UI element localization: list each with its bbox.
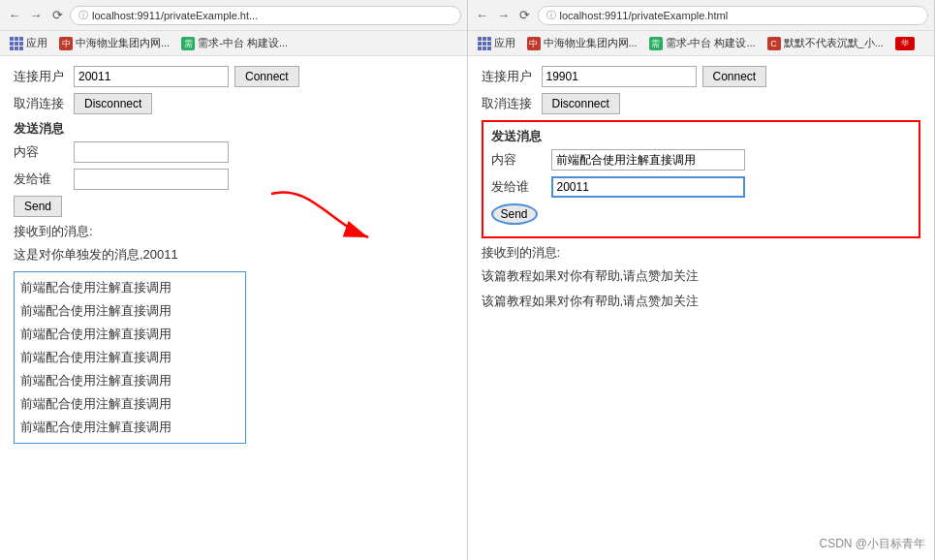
right-url-bar[interactable]: ⓘ localhost:9911/privateExample.html — [538, 6, 929, 25]
right-forward-btn[interactable]: → — [495, 7, 513, 24]
list-item: 前端配合使用注解直接调用 — [20, 392, 239, 416]
left-bookmark-xq-label: 需求-中台 构建设... — [198, 36, 288, 50]
right-to-row: 发给谁 — [491, 176, 912, 198]
left-message-list: 前端配合使用注解直接调用 前端配合使用注解直接调用 前端配合使用注解直接调用 前… — [14, 271, 246, 444]
right-to-input[interactable] — [551, 176, 745, 198]
left-disconnect-label: 取消连接 — [14, 95, 68, 112]
right-browser-pane: ← → ⟳ ⓘ localhost:9911/privateExample.ht… — [468, 0, 936, 560]
right-bookmark-apps[interactable]: 应用 — [474, 35, 519, 51]
left-received-label: 接收到的消息: — [14, 223, 453, 240]
right-bookmark-xq-label: 需求-中台 构建设... — [666, 36, 756, 50]
right-bookmark-xq-icon: 需 — [649, 37, 663, 50]
left-send-section: 发送消息 内容 发给谁 Send — [14, 120, 453, 217]
right-connect-user-row: 连接用户 Connect — [482, 66, 921, 87]
right-bookmark-zhonghao-label: 中海物业集团内网... — [544, 36, 638, 50]
right-bookmark-huawei[interactable]: 华 — [891, 36, 919, 51]
right-lock-icon: ⓘ — [546, 9, 556, 22]
right-bookmark-csdn[interactable]: C 默默不代表沉默_小... — [764, 35, 888, 51]
right-content-row: 内容 — [491, 149, 912, 171]
right-page-content: 连接用户 Connect 取消连接 Disconnect 发送消息 内容 发给谁 — [468, 56, 935, 560]
right-connect-btn[interactable]: Connect — [702, 66, 767, 87]
left-lock-icon: ⓘ — [78, 9, 88, 22]
left-bookmark-xq[interactable]: 需 需求-中台 构建设... — [177, 35, 292, 51]
right-send-section-highlighted: 发送消息 内容 发给谁 Send — [482, 120, 921, 238]
list-item: 前端配合使用注解直接调用 — [20, 369, 239, 392]
left-connect-user-input[interactable] — [74, 66, 229, 87]
right-huawei-icon: 华 — [895, 37, 915, 50]
left-forward-btn[interactable]: → — [27, 7, 45, 24]
right-received-label: 接收到的消息: — [482, 244, 921, 262]
right-bookmark-xq[interactable]: 需 需求-中台 构建设... — [645, 35, 760, 51]
left-bookmark-xq-icon: 需 — [181, 37, 195, 50]
list-item: 前端配合使用注解直接调用 — [20, 276, 239, 299]
right-bookmark-zhonghao-icon: 中 — [527, 37, 541, 50]
left-browser-pane: ← → ⟳ ⓘ localhost:9911/privateExample.ht… — [0, 0, 468, 560]
left-apps-icon — [10, 37, 23, 50]
right-msg-2: 该篇教程如果对你有帮助,请点赞加关注 — [482, 293, 921, 310]
right-refresh-btn[interactable]: ⟳ — [516, 7, 534, 24]
list-item: 前端配合使用注解直接调用 — [20, 346, 239, 369]
left-disconnect-btn[interactable]: Disconnect — [74, 93, 152, 114]
left-to-row: 发给谁 — [14, 169, 453, 190]
left-page-content: 连接用户 Connect 取消连接 Disconnect 发送消息 内容 发给谁 — [0, 56, 467, 560]
left-apps-label: 应用 — [26, 36, 47, 50]
left-bookmark-zhonghao-icon: 中 — [59, 37, 73, 50]
left-back-btn[interactable]: ← — [6, 7, 23, 24]
watermark: CSDN @小目标青年 — [819, 536, 925, 552]
right-disconnect-label: 取消连接 — [482, 95, 536, 112]
right-content-input[interactable] — [551, 149, 745, 171]
left-refresh-btn[interactable]: ⟳ — [48, 7, 66, 24]
right-apps-label: 应用 — [494, 36, 515, 50]
left-bookmark-apps[interactable]: 应用 — [6, 35, 51, 51]
right-bookmark-zhonghao[interactable]: 中 中海物业集团内网... — [523, 35, 641, 51]
right-content-label: 内容 — [491, 151, 545, 169]
list-item: 前端配合使用注解直接调用 — [20, 323, 239, 346]
right-address-bar: ← → ⟳ ⓘ localhost:9911/privateExample.ht… — [468, 0, 935, 31]
left-url-text: localhost:9911/privateExample.ht... — [92, 10, 258, 21]
left-to-input[interactable] — [74, 169, 229, 190]
left-send-msg-title: 发送消息 — [14, 120, 453, 138]
list-item: 前端配合使用注解直接调用 — [20, 299, 239, 323]
right-bookmark-csdn-label: 默默不代表沉默_小... — [784, 36, 884, 50]
right-send-btn[interactable]: Send — [491, 203, 538, 225]
right-to-label: 发给谁 — [491, 178, 545, 196]
right-send-btn-row: Send — [491, 203, 912, 225]
left-bookmark-zhonghao[interactable]: 中 中海物业集团内网... — [55, 35, 173, 51]
left-content-input[interactable] — [74, 141, 229, 163]
left-single-msg: 这是对你单独发的消息,20011 — [14, 246, 453, 264]
right-bookmarks-bar: 应用 中 中海物业集团内网... 需 需求-中台 构建设... C 默默不代表沉… — [468, 31, 935, 56]
right-msg-1: 该篇教程如果对你有帮助,请点赞加关注 — [482, 267, 921, 285]
left-bookmark-zhonghao-label: 中海物业集团内网... — [76, 36, 170, 50]
right-bookmark-csdn-icon: C — [767, 37, 781, 50]
list-item: 前端配合使用注解直接调用 — [20, 416, 239, 439]
left-bookmarks-bar: 应用 中 中海物业集团内网... 需 需求-中台 构建设... — [0, 31, 467, 56]
right-send-msg-title: 发送消息 — [491, 128, 912, 145]
right-url-text: localhost:9911/privateExample.html — [560, 10, 729, 21]
left-disconnect-row: 取消连接 Disconnect — [14, 93, 453, 114]
right-apps-icon — [478, 37, 491, 50]
right-disconnect-btn[interactable]: Disconnect — [542, 93, 620, 114]
left-connect-btn[interactable]: Connect — [234, 66, 299, 87]
right-connect-user-label: 连接用户 — [482, 68, 536, 85]
right-disconnect-row: 取消连接 Disconnect — [482, 93, 921, 114]
left-url-bar[interactable]: ⓘ localhost:9911/privateExample.ht... — [70, 6, 461, 25]
left-send-btn[interactable]: Send — [14, 196, 62, 217]
right-back-btn[interactable]: ← — [474, 7, 491, 24]
left-to-label: 发给谁 — [14, 171, 68, 188]
left-connect-user-label: 连接用户 — [14, 68, 68, 85]
right-connect-user-input[interactable] — [542, 66, 697, 87]
left-connect-user-row: 连接用户 Connect — [14, 66, 453, 87]
left-content-row: 内容 — [14, 141, 453, 163]
left-content-label: 内容 — [14, 143, 68, 161]
left-send-btn-row: Send — [14, 196, 453, 217]
left-address-bar: ← → ⟳ ⓘ localhost:9911/privateExample.ht… — [0, 0, 467, 31]
